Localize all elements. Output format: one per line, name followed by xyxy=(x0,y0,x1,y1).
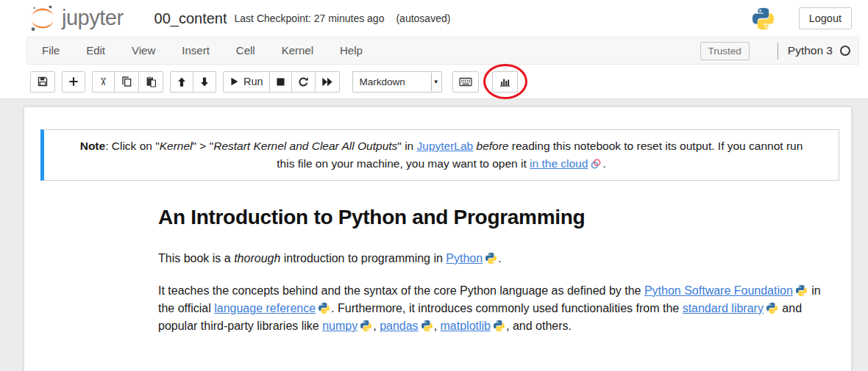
binder-icon xyxy=(590,158,602,170)
toolbar: ✂ xyxy=(0,65,868,98)
markdown-heading: An Introduction to Python and Programmin… xyxy=(158,206,826,229)
notebook-area: Note: Click on "Kernel" > "Restart Kerne… xyxy=(0,98,868,371)
note-label: Note xyxy=(80,140,105,152)
numpy-link[interactable]: numpy xyxy=(322,320,357,332)
run-cell-button[interactable]: Run xyxy=(223,71,270,93)
trusted-button[interactable]: Trusted xyxy=(700,42,750,60)
plus-icon xyxy=(68,76,79,87)
para-text: This book is a xyxy=(158,252,234,264)
jupyter-logo-text: jupyter xyxy=(62,6,124,30)
python-emoji-icon xyxy=(766,302,778,314)
notebook-title[interactable]: 00_content xyxy=(154,10,227,27)
play-icon xyxy=(230,76,239,87)
python-emoji-icon xyxy=(493,320,505,332)
arrow-down-icon xyxy=(199,76,210,87)
thorough-italic: thorough xyxy=(234,252,280,264)
paste-cell-button[interactable] xyxy=(138,71,163,93)
logout-button[interactable]: Logout xyxy=(799,7,852,29)
matplotlib-link[interactable]: matplotlib xyxy=(441,320,491,332)
restart-icon xyxy=(298,76,309,87)
restart-run-all-button[interactable] xyxy=(315,71,340,93)
menu-insert[interactable]: Insert xyxy=(170,37,221,64)
insert-cell-button[interactable] xyxy=(62,71,85,93)
notebook-page: Note: Click on "Kernel" > "Restart Kerne… xyxy=(24,107,851,371)
para-text: . Furthermore, it introduces commonly us… xyxy=(331,302,683,314)
jupyterlab-link[interactable]: JupyterLab xyxy=(417,140,474,152)
save-button[interactable] xyxy=(30,71,55,93)
copy-icon xyxy=(121,76,132,87)
bar-chart-icon xyxy=(499,76,511,87)
menu-view[interactable]: View xyxy=(120,37,167,64)
para-text: , and others. xyxy=(506,320,572,332)
python-logo-icon xyxy=(751,7,775,31)
standard-library-link[interactable]: standard library xyxy=(683,302,764,314)
chevron-down-icon: ▼ xyxy=(431,73,441,91)
command-palette-button[interactable] xyxy=(452,71,479,93)
python-emoji-icon xyxy=(795,284,808,297)
markdown-paragraph-2: It teaches the concepts behind and the s… xyxy=(158,282,825,335)
checkpoint-status: Last Checkpoint: 27 minutes ago xyxy=(235,12,385,24)
cut-cell-button[interactable]: ✂ xyxy=(92,71,115,93)
note-callout: Note: Click on "Kernel" > "Restart Kerne… xyxy=(40,129,839,181)
kernel-idle-icon xyxy=(839,45,851,57)
python-emoji-icon xyxy=(421,320,433,332)
arrow-up-icon xyxy=(177,76,187,87)
pandas-link[interactable]: pandas xyxy=(380,320,419,332)
python-link[interactable]: Python xyxy=(446,252,483,264)
note-text: " > " xyxy=(193,140,214,152)
jupyter-planet-icon xyxy=(28,4,57,33)
menu-cell[interactable]: Cell xyxy=(224,37,267,64)
autosave-status: (autosaved) xyxy=(396,12,450,24)
menubar: File Edit View Insert Cell Kernel Help T… xyxy=(26,37,859,65)
note-restart-italic: Restart Kernel and Clear All Outputs xyxy=(213,140,397,152)
python-emoji-icon xyxy=(318,302,330,314)
copy-cell-button[interactable] xyxy=(114,71,139,93)
keyboard-icon xyxy=(459,76,472,87)
note-before-italic: before xyxy=(477,140,509,152)
move-cell-up-button[interactable] xyxy=(170,71,193,93)
python-emoji-icon xyxy=(360,320,372,332)
menu-edit[interactable]: Edit xyxy=(74,37,117,64)
para-text: , xyxy=(434,320,441,332)
language-reference-link[interactable]: language reference xyxy=(214,302,316,314)
jupyter-logo[interactable]: jupyter xyxy=(28,4,124,33)
menu-file[interactable]: File xyxy=(30,37,71,64)
menu-kernel[interactable]: Kernel xyxy=(270,37,325,64)
menubar-separator xyxy=(778,43,778,60)
para-text: . xyxy=(498,252,501,264)
notebook-header: jupyter 00_content Last Checkpoint: 27 m… xyxy=(0,0,868,37)
para-text: introduction to programming in xyxy=(280,252,446,264)
para-text: It teaches the concepts behind and the s… xyxy=(158,284,644,297)
stop-icon xyxy=(276,77,285,87)
note-text: : Click on " xyxy=(105,140,160,152)
move-cell-down-button[interactable] xyxy=(193,71,216,93)
scissors-icon: ✂ xyxy=(98,77,109,87)
menu-help[interactable]: Help xyxy=(328,37,374,64)
fast-forward-icon xyxy=(321,77,333,87)
note-kernel-italic: Kernel xyxy=(160,140,193,152)
python-emoji-icon xyxy=(485,252,497,264)
chart-button-wrap xyxy=(492,71,518,93)
paste-icon xyxy=(145,76,157,87)
save-icon xyxy=(37,76,49,87)
psf-link[interactable]: Python Software Foundation xyxy=(644,284,793,297)
para-text: , xyxy=(373,320,380,332)
kernel-name: Python 3 xyxy=(788,44,833,57)
menu-row: File Edit View Insert Cell Kernel Help T… xyxy=(0,37,868,65)
run-button-label: Run xyxy=(243,76,263,87)
bar-chart-button[interactable] xyxy=(492,71,518,93)
note-text: " in xyxy=(397,140,416,152)
markdown-paragraph-1: This book is a thorough introduction to … xyxy=(158,250,825,267)
interrupt-kernel-button[interactable] xyxy=(269,71,292,93)
menubar-right: Trusted Python 3 xyxy=(700,42,858,60)
restart-kernel-button[interactable] xyxy=(291,71,316,93)
open-in-cloud-link[interactable]: in the cloud xyxy=(530,157,588,170)
cell-type-value: Markdown xyxy=(360,76,405,87)
note-text: . xyxy=(602,157,605,170)
cell-type-dropdown[interactable]: Markdown ▼ xyxy=(352,71,442,93)
